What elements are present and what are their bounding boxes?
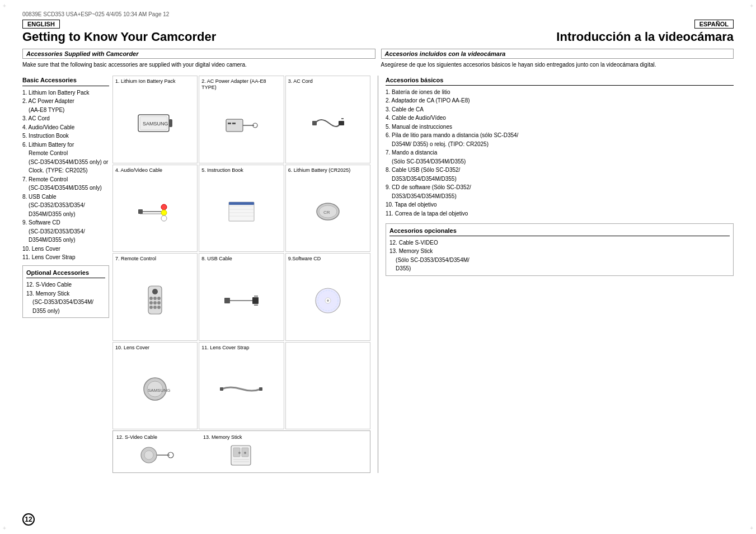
acc-row-1: 1. Lithium Ion Battery Pack SAMSUNG 2. A…	[112, 76, 370, 163]
acc-image-12	[116, 442, 198, 469]
item-en-5: 5. Instruction Book	[22, 132, 109, 140]
svg-point-35	[153, 301, 157, 305]
acc-label-3: 3. AC Cord	[288, 78, 313, 85]
svg-point-17	[161, 216, 167, 221]
optional-section-en: Optional Accessories 12. S-Video Cable 1…	[22, 265, 109, 318]
item-es-7: 7. Mando a distancia (Sólo SC-D354/D354M…	[386, 148, 734, 166]
acc-image-9	[288, 263, 368, 338]
svg-rect-19	[229, 202, 254, 221]
language-badges: ENGLISH ESPAÑOL	[22, 20, 734, 29]
section-header-en: Accessories Supplied with Camcorder	[22, 49, 375, 59]
acc-image-6: CR	[288, 174, 368, 249]
intro-es: Asegúrese de que los siguientes accesori…	[381, 61, 734, 69]
svg-rect-41	[252, 297, 259, 304]
book-icon	[226, 200, 257, 223]
adapter-icon	[223, 115, 260, 137]
top-bar-text: 00839E SCD353 USA+ESP~025 4/4/05 10:34 A…	[22, 11, 169, 17]
section-header-es: Accesorios incluidos con la videocámara	[381, 49, 734, 59]
svg-rect-7	[228, 123, 231, 124]
item-en-6: 6. Lithium Battery for Remote Control (S…	[22, 140, 109, 175]
optional-title-en: Optional Accessories	[26, 268, 105, 279]
svg-point-33	[149, 301, 153, 305]
svg-rect-24	[229, 202, 254, 205]
acc-image-2	[201, 92, 281, 161]
acc-cell-4: 4. Audio/Video Cable	[112, 165, 198, 252]
item-en-9: 9. Software CD (SC-D352/D353/D354/ D354M…	[22, 218, 109, 245]
svg-point-36	[149, 306, 153, 309]
item-en-12: 12. S-Video Cable	[26, 280, 105, 289]
acc-label-4: 4. Audio/Video Cable	[115, 167, 162, 174]
acc-image-8	[201, 263, 281, 338]
item-en-8: 8. USB Cable (SC-D352/D353/D354/ D354M/D…	[22, 193, 109, 219]
item-es-6: 6. Pila de litio para mando a distancia …	[386, 131, 734, 148]
cd-icon	[314, 287, 342, 315]
acc-label-1: 1. Lithium Ion Battery Pack	[115, 78, 176, 85]
svg-rect-8	[232, 123, 236, 124]
svg-point-62	[238, 452, 241, 454]
intro-en: Make sure that the following basic acces…	[22, 61, 375, 69]
acc-cell-2: 2. AC Power Adapter (AA-E8 TYPE)	[199, 76, 284, 163]
svg-point-32	[153, 297, 157, 300]
svg-point-37	[157, 306, 161, 309]
item-es-5: 5. Manual de instrucciones	[386, 123, 734, 132]
title-en: Getting to Know Your Camcorder	[22, 30, 216, 44]
svg-point-63	[244, 452, 246, 454]
svg-rect-51	[220, 387, 223, 391]
strap-icon	[219, 383, 264, 395]
acc-label-11: 11. Lens Cover Strap	[201, 345, 249, 351]
item-es-8: 8. Cable USB (Sólo SC-D352/ D353/D354/D3…	[386, 166, 734, 183]
svg-point-54	[144, 451, 153, 460]
acc-cell-13: 13. Memory Stick	[201, 432, 287, 471]
acc-image-7	[115, 263, 195, 338]
svideo-icon	[139, 444, 175, 466]
item-es-13: 13. Memory Stick (Sólo SC-D353/D354/D354…	[389, 247, 730, 273]
corner-bl: +	[3, 525, 6, 531]
svg-point-31	[157, 297, 161, 300]
item-es-1: 1. Batería de iones de litio	[386, 88, 734, 97]
item-es-12: 12. Cable S-VIDEO	[389, 238, 730, 247]
item-en-2: 2. AC Power Adapter (AA-E8 TYPE)	[22, 97, 109, 114]
acc-label-7: 7. Remote Control	[115, 256, 156, 262]
optional-section-es: Accesorios opcionales 12. Cable S-VIDEO …	[386, 223, 734, 276]
acc-label-13: 13. Memory Stick	[203, 434, 242, 441]
item-en-13: 13. Memory Stick (SC-D353/D354/D354M/ D3…	[26, 289, 105, 316]
memory-stick-icon	[228, 443, 259, 468]
svg-point-30	[149, 297, 153, 300]
acc-label-5: 5. Instruction Book	[201, 167, 243, 174]
svg-point-46	[327, 299, 329, 302]
accessories-grid: 1. Lithium Ion Battery Pack SAMSUNG 2. A…	[112, 76, 370, 473]
acc-image-1: SAMSUNG	[115, 86, 195, 161]
right-panel: Accesorios básicos 1. Batería de iones d…	[386, 76, 734, 473]
acc-cell-1: 1. Lithium Ion Battery Pack SAMSUNG	[112, 76, 198, 163]
item-en-11: 11. Lens Cover Strap	[22, 253, 109, 262]
page-number: 12	[22, 513, 35, 526]
item-en-7: 7. Remote Control (SC-D354/D354M/D355 on…	[22, 175, 109, 193]
title-es: Introducción a la videocámara	[556, 30, 734, 44]
svg-rect-40	[224, 298, 230, 303]
svg-text:SAMSUNG: SAMSUNG	[148, 388, 170, 393]
svg-rect-1	[169, 119, 172, 127]
acc-cell-7: 7. Remote Control	[112, 253, 198, 341]
usb-icon	[223, 289, 260, 312]
acc-cell-6: 6. Lithium Battery (CR2025) CR	[285, 165, 370, 252]
svg-rect-10	[339, 121, 344, 125]
text-list-es: Accesorios básicos 1. Batería de iones d…	[386, 76, 734, 276]
av-cable-icon	[137, 199, 173, 224]
text-list-en: Basic Accessories 1. Lithium Ion Battery…	[22, 76, 109, 473]
item-en-1: 1. Lithium Ion Battery Pack	[22, 88, 109, 97]
acc-label-10: 10. Lens Cover	[115, 345, 149, 351]
svg-point-29	[152, 289, 158, 294]
corner-tl: +	[3, 3, 6, 9]
acc-cell-5: 5. Instruction Book	[199, 165, 284, 252]
acc-label-6: 6. Lithium Battery (CR2025)	[288, 167, 351, 174]
acc-label-9: 9.Software CD	[288, 256, 321, 262]
acc-image-3	[288, 86, 368, 161]
top-bar: 00839E SCD353 USA+ESP~025 4/4/05 10:34 A…	[22, 11, 734, 17]
acc-label-12: 12. S-Video Cable	[116, 434, 157, 441]
acc-cell-8: 8. USB Cable	[199, 253, 284, 341]
acc-label-2: 2. AC Power Adapter (AA-E8 TYPE)	[201, 78, 281, 91]
center-divider	[378, 76, 378, 473]
acc-label-8: 8. USB Cable	[201, 256, 232, 262]
battery-icon: SAMSUNG	[137, 112, 173, 134]
acc-row-optional: 12. S-Video Cable 13	[114, 432, 369, 471]
